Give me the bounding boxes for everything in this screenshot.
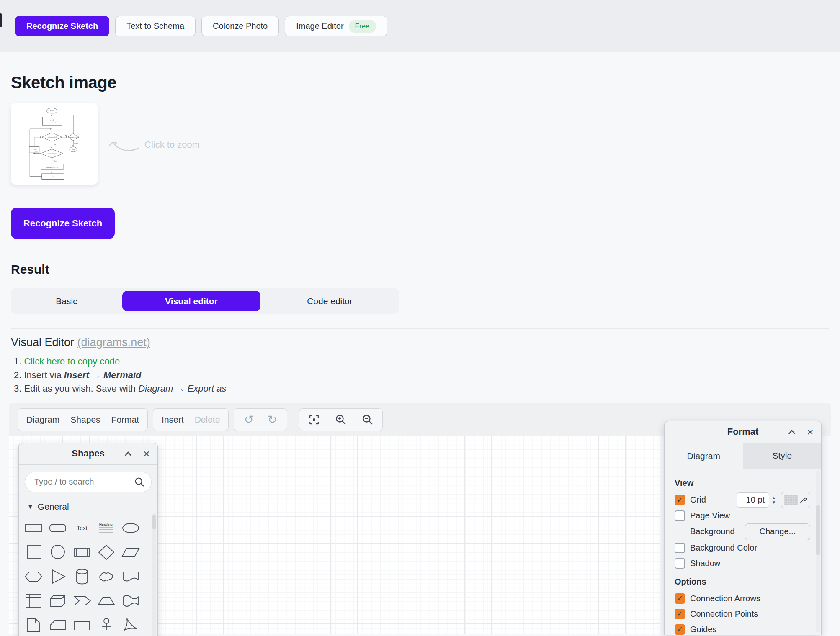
tab-diagram[interactable]: Diagram [665,443,743,469]
shape-rounded-rectangle[interactable] [46,516,70,540]
zoom-out-icon[interactable] [361,413,374,426]
tab-code-editor[interactable]: Code editor [260,296,399,306]
shape-callout[interactable] [70,613,94,636]
format-panel-header[interactable]: Format ✕ [665,421,821,443]
grid-row: Grid ▲▼ [675,492,810,508]
shape-internal-storage[interactable] [21,589,46,613]
svg-text:No: No [65,134,67,136]
format-scrollbar[interactable] [816,470,820,632]
svg-text:Yes: Yes [54,144,56,146]
shape-actor[interactable] [94,613,119,636]
page-view-checkbox[interactable] [675,510,685,521]
format-panel: Format ✕ Diagram Style View Grid ▲▼ [664,421,822,635]
shape-tape[interactable] [119,589,143,613]
redo-icon[interactable]: ↻ [266,413,278,426]
menu-delete: Delete [195,415,220,425]
shadow-label: Shadow [690,559,720,568]
shape-cube[interactable] [46,589,70,613]
diagram-editor: Diagram Shapes Format Insert Delete ↺ ↻ [9,403,831,634]
zoom-group [299,408,383,431]
shape-step[interactable] [70,589,94,613]
shape-text[interactable]: Text [70,516,94,540]
shadow-checkbox[interactable] [675,558,685,569]
shape-cloud[interactable] [94,564,119,589]
shape-trapezoid[interactable] [94,589,119,613]
step-2: 2. Insert via Insert → Mermaid [14,369,829,382]
menu-insert[interactable]: Insert [162,415,184,425]
nav-recognize-sketch[interactable]: Recognize Sketch [15,16,109,36]
reset-view-icon[interactable] [308,413,320,426]
nav-image-editor[interactable]: Image Editor Free [285,16,387,36]
shape-diamond[interactable] [94,540,119,564]
shape-square[interactable] [21,540,46,564]
grid-checkbox[interactable] [675,495,685,505]
collapse-icon[interactable] [123,449,133,459]
result-tabs: Basic Visual editor Code editor [11,288,399,314]
visual-editor-heading: Visual Editor (diagrams.net) [11,336,829,349]
curved-arrow-icon [108,136,140,154]
shape-triangle[interactable] [46,564,70,589]
top-nav: Recognize Sketch Text to Schema Colorize… [0,0,840,52]
background-color-row: Background Color [675,540,810,556]
shape-document[interactable] [119,564,143,589]
close-icon[interactable]: ✕ [142,449,152,459]
shape-process[interactable] [70,540,94,564]
background-row: Background Change... [675,523,810,540]
section-general[interactable]: ▼ General [27,502,157,512]
edit-group: Insert Delete [153,408,229,431]
nav-colorize-photo[interactable]: Colorize Photo [201,16,279,36]
connection-arrows-checkbox[interactable] [675,593,685,604]
grid-size-stepper[interactable]: ▲▼ [772,496,776,504]
svg-text:swapped = true: swapped = true [47,176,59,178]
undo-icon[interactable]: ↺ [242,413,255,426]
shape-note[interactable] [21,613,46,636]
guides-checkbox[interactable] [675,624,685,635]
svg-text:swapped = false: swapped = false [46,122,59,124]
page-title: Sketch image [11,73,829,92]
background-color-label: Background Color [690,543,757,553]
svg-text:Then: Then [53,160,57,162]
menu-shapes[interactable]: Shapes [70,415,100,425]
shape-cylinder[interactable] [70,564,94,589]
zoom-in-icon[interactable] [335,413,347,426]
page-view-row: Page View [675,508,810,523]
shape-search-input[interactable] [25,472,152,492]
shape-card[interactable] [46,613,70,636]
copy-code-link[interactable]: Click here to copy code [24,356,120,367]
tab-style[interactable]: Style [743,443,822,469]
diagrams-net-link[interactable]: (diagrams.net) [77,336,150,349]
search-icon[interactable] [134,477,145,489]
sketch-flowchart-image: Start i = 0 swapped = false i < length(A… [14,106,94,181]
grid-color-button[interactable] [781,492,810,508]
svg-text:true: true [74,125,77,127]
shape-heading[interactable]: Heading [94,516,119,540]
menu-format[interactable]: Format [111,415,139,425]
svg-text:false: false [74,143,78,144]
menu-diagram[interactable]: Diagram [26,415,59,425]
close-icon[interactable]: ✕ [805,427,815,437]
sketch-thumbnail[interactable]: Start i = 0 swapped = false i < length(A… [11,103,98,185]
shape-rectangle[interactable] [21,516,46,540]
svg-text:i < length(A) ?: i < length(A) ? [47,136,57,138]
step-3: 3. Edit as you wish. Save with Diagram →… [14,382,829,396]
shape-or[interactable] [119,613,143,636]
shape-hexagon[interactable] [21,564,46,589]
options-heading: Options [675,577,810,587]
background-color-checkbox[interactable] [675,543,685,553]
shape-circle[interactable] [46,540,70,564]
recognize-sketch-button[interactable]: Recognize Sketch [11,208,115,239]
shapes-panel-header[interactable]: Shapes ✕ [19,443,157,465]
eyedropper-icon [799,496,807,504]
svg-text:i = i+1: i = i+1 [32,149,37,151]
shape-ellipse[interactable] [119,516,143,540]
shapes-scrollbar[interactable] [152,513,156,636]
collapse-icon[interactable] [787,427,797,437]
instruction-list: 1. Click here to copy code 2. Insert via… [11,355,829,396]
tab-basic[interactable]: Basic [11,296,122,306]
nav-text-to-schema[interactable]: Text to Schema [115,16,196,36]
tab-visual-editor[interactable]: Visual editor [122,291,260,311]
shape-parallelogram[interactable] [119,540,143,564]
connection-points-checkbox[interactable] [675,609,685,619]
change-background-button[interactable]: Change... [745,523,810,540]
grid-size-input[interactable] [737,492,769,508]
